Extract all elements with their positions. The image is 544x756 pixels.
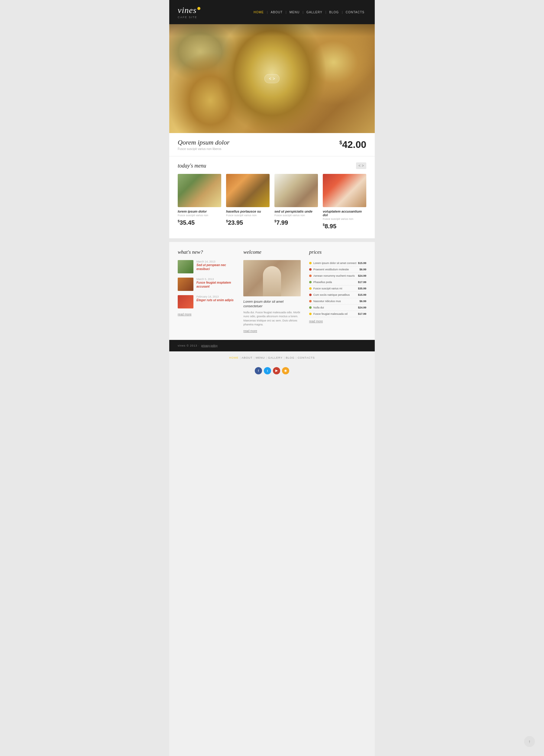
menu-grid: lorem ipsum dolor Fusce suscipit varius … bbox=[178, 174, 366, 230]
menu-item-price-2: $23.95 bbox=[226, 219, 270, 226]
price-name: Nulla dui bbox=[313, 306, 358, 309]
news-date-3: February 14, 2013 bbox=[197, 295, 234, 298]
news-thumb-3 bbox=[178, 295, 194, 308]
social-facebook-button[interactable]: f bbox=[255, 367, 262, 374]
news-headline-2[interactable]: Fusce feugiat msptatem accusant bbox=[197, 281, 235, 288]
news-headline-3[interactable]: Eteger ruts ut enim adipis bbox=[197, 298, 234, 302]
footer-nav-gallery[interactable]: GALLERY bbox=[268, 356, 282, 359]
price-list: Lorem ipsum dolor sit amet connect $15.9… bbox=[309, 260, 366, 317]
list-item: Nascetur ridiculus mus $6.99 bbox=[309, 298, 366, 305]
menu-item-price-3: $7.99 bbox=[274, 219, 318, 226]
menu-item-desc-3: Fusce suscipit varius non bbox=[274, 214, 318, 217]
list-item: Praesent vestibulum molestie $6.99 bbox=[309, 266, 366, 273]
price-name: Cum sociis natrique penatibus bbox=[313, 293, 358, 296]
menu-item-desc-1: Fusce suscipit varius non bbox=[178, 214, 221, 217]
list-item: Phasellus poda $17.99 bbox=[309, 279, 366, 285]
list-item: Fusce feugiat malesuada od $17.99 bbox=[309, 311, 366, 317]
footer-sep-4: | bbox=[284, 356, 284, 359]
price-dot-icon bbox=[309, 275, 311, 277]
menu-price-val-1: 35.45 bbox=[180, 219, 195, 226]
list-item: Fusce suscipit varius mi $35.99 bbox=[309, 285, 366, 292]
menu-item-image-2 bbox=[226, 174, 270, 207]
nav-menu[interactable]: MENU bbox=[288, 9, 301, 15]
menu-nav-arrows[interactable]: < > bbox=[356, 162, 366, 169]
menu-price-val-3: 7.99 bbox=[276, 219, 288, 226]
nav-blog[interactable]: BLOG bbox=[327, 9, 340, 15]
logo[interactable]: vines bbox=[178, 5, 200, 15]
footer-nav-home[interactable]: HOME bbox=[229, 356, 239, 359]
price-name: Fusce feugiat malesuada od bbox=[313, 312, 358, 315]
menu-prev-icon[interactable]: < bbox=[358, 164, 360, 168]
footer-sep-5: | bbox=[296, 356, 296, 359]
menu-next-icon[interactable]: > bbox=[362, 164, 364, 168]
news-date-2: March 5, 2013 bbox=[197, 278, 235, 281]
page-wrapper: vines CAFE SITE HOME | ABOUT | MENU | GA… bbox=[169, 0, 375, 756]
chef-shape bbox=[263, 266, 281, 296]
footer-nav: HOME | ABOUT | MENU | GALLERY | BLOG | C… bbox=[169, 351, 375, 364]
prices-read-more[interactable]: read more bbox=[309, 320, 366, 323]
welcome-read-more[interactable]: read more bbox=[243, 329, 300, 333]
news-content-1: March 14, 2013 Sed ut perspean nec erasi… bbox=[197, 260, 235, 271]
todays-menu-section: today's menu < > lorem ipsum dolor Fusce… bbox=[169, 156, 375, 238]
nav-home[interactable]: HOME bbox=[252, 9, 266, 15]
footer-sep-2: | bbox=[254, 356, 255, 359]
footer-privacy-link[interactable]: privacy policy bbox=[201, 344, 218, 347]
welcome-title: welcome bbox=[243, 249, 300, 255]
welcome-image bbox=[243, 260, 300, 296]
menu-item: voluptatem accusantium dol Fusce suscipi… bbox=[323, 174, 366, 230]
menu-item-image-3 bbox=[274, 174, 318, 207]
price-amount: $15.99 bbox=[358, 293, 366, 296]
social-twitter-button[interactable]: t bbox=[264, 367, 271, 374]
hero-overlay bbox=[169, 24, 375, 36]
social-rss-button[interactable]: ◉ bbox=[282, 367, 289, 374]
price-dot-icon bbox=[309, 281, 311, 283]
list-item: Cum sociis natrique penatibus $15.99 bbox=[309, 292, 366, 298]
hero-next-icon[interactable]: > bbox=[272, 76, 275, 81]
price-dot-icon bbox=[309, 294, 311, 296]
price-dot-icon bbox=[309, 300, 311, 302]
footer-nav-about[interactable]: ABOUT bbox=[242, 356, 253, 359]
nav-sep-3: | bbox=[302, 11, 303, 14]
social-row: f t ▶ ◉ bbox=[169, 364, 375, 380]
price-name: Fusce suscipit varius mi bbox=[313, 287, 358, 290]
three-column-section: what's new? March 14, 2013 Sed ut perspe… bbox=[169, 242, 375, 340]
nav-contacts[interactable]: CONTACTS bbox=[344, 9, 366, 15]
featured-price: $42.00 bbox=[339, 139, 366, 150]
nav-sep-5: | bbox=[342, 11, 343, 14]
news-headline-1[interactable]: Sed ut perspean nec erasibuci bbox=[197, 263, 235, 271]
nav-about[interactable]: ABOUT bbox=[269, 9, 284, 15]
news-thumb-2 bbox=[178, 278, 194, 291]
featured-currency: $ bbox=[339, 140, 342, 145]
menu-item: sed ut perspiciatis unde Fusce suscipit … bbox=[274, 174, 318, 230]
menu-item: lorem ipsum dolor Fusce suscipit varius … bbox=[178, 174, 221, 230]
logo-dot bbox=[197, 7, 200, 10]
featured-title: Qorem ipsum dolor bbox=[178, 138, 230, 146]
price-name: Nascetur ridiculus mus bbox=[313, 300, 360, 303]
price-dot-icon bbox=[309, 268, 311, 271]
welcome-headline: Lorem ipsum dolor sit amet consectetuer bbox=[243, 299, 300, 309]
nav-sep-4: | bbox=[325, 11, 326, 14]
welcome-column: welcome Lorem ipsum dolor sit amet conse… bbox=[243, 249, 300, 333]
scroll-to-top-button[interactable]: ↑ bbox=[524, 736, 535, 747]
featured-item: Qorem ipsum dolor Fusce suscipit varius … bbox=[169, 133, 375, 156]
news-item-3: February 14, 2013 Eteger ruts ut enim ad… bbox=[178, 295, 235, 308]
news-content-3: February 14, 2013 Eteger ruts ut enim ad… bbox=[197, 295, 234, 302]
price-amount: $6.99 bbox=[359, 300, 366, 303]
menu-section-title: today's menu bbox=[178, 163, 206, 169]
price-dot-icon bbox=[309, 262, 311, 264]
whats-new-read-more[interactable]: read more bbox=[178, 313, 235, 316]
footer-copy: vines © 2013 · bbox=[178, 344, 200, 347]
welcome-body: Nulla dui. Fusce feugiat malesuada odio.… bbox=[243, 311, 300, 327]
footer-nav-blog[interactable]: BLOG bbox=[286, 356, 295, 359]
menu-price-val-4: 8.95 bbox=[324, 223, 336, 230]
hero-slider: < > bbox=[169, 24, 375, 133]
social-youtube-button[interactable]: ▶ bbox=[273, 367, 280, 374]
footer-nav-menu[interactable]: MENU bbox=[256, 356, 265, 359]
nav-gallery[interactable]: GALLERY bbox=[304, 9, 324, 15]
hero-prev-icon[interactable]: < bbox=[269, 76, 272, 81]
price-name: Phasellus poda bbox=[313, 281, 358, 284]
hero-controls[interactable]: < > bbox=[265, 74, 279, 83]
price-amount: $17.99 bbox=[358, 281, 366, 284]
footer-nav-contacts[interactable]: CONTACTS bbox=[298, 356, 315, 359]
price-amount: $24.99 bbox=[358, 306, 366, 309]
